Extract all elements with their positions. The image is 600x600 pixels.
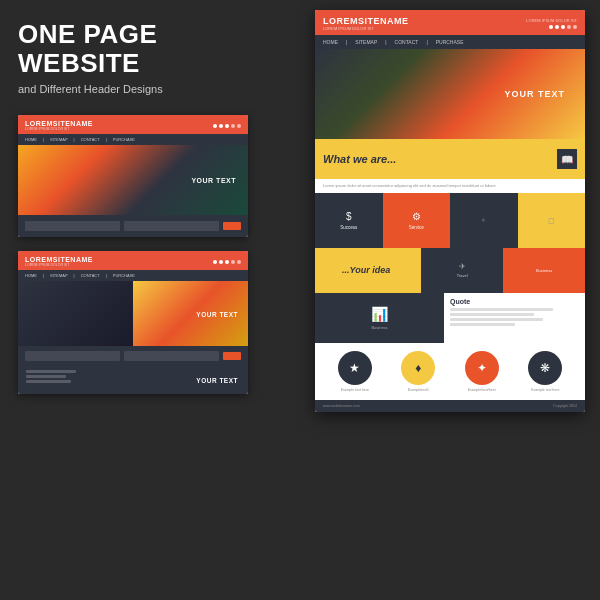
dot2-4 — [231, 260, 235, 264]
mockup2-footer — [18, 346, 248, 366]
right-logo-wrap: LOREMSITENAME LOREM IPSUM DOLOR SIT — [323, 16, 409, 31]
right-nav: HOME | SITEMAP | CONTACT | PURCHASE — [315, 35, 585, 49]
line-3 — [450, 318, 543, 321]
biz-row: 📊 Business Quote — [315, 293, 585, 343]
nav-sep2: | — [74, 137, 75, 142]
circle-dark-1: ★ — [338, 351, 372, 385]
dot2-2 — [219, 260, 223, 264]
footer-block-2 — [124, 221, 219, 231]
tile-empty-2: ◻ — [518, 193, 586, 248]
mockup1-hero: YOUR TEXT — [18, 145, 248, 215]
mockup1-dots — [213, 124, 241, 128]
mockup-small-2: LOREMSITENAME LOREM IPSUM DOLOR SIT HOME… — [18, 251, 248, 394]
tile-business: Business — [503, 248, 585, 293]
mockup2-logo: LOREMSITENAME — [25, 256, 93, 263]
right-mockup: LOREMSITENAME LOREM IPSUM DOLOR SIT LORE… — [315, 10, 585, 412]
line-4 — [450, 323, 515, 326]
chart-icon: 📊 — [371, 306, 388, 322]
footer2-block-1 — [25, 351, 120, 361]
tile-empty-1: ✦ — [450, 193, 518, 248]
circle-red-1: ✦ — [465, 351, 499, 385]
mockup1-logo-sub: LOREM IPSUM DOLOR SIT — [25, 127, 93, 131]
rdot-1 — [549, 25, 553, 29]
book-icon: 📖 — [557, 149, 577, 169]
nav-purchase: PURCHASE — [113, 137, 135, 142]
circle-item-1: ★ Example text here — [338, 351, 372, 392]
circle-text-1: Example text here — [341, 388, 369, 392]
rnav-home: HOME — [323, 39, 338, 45]
line-1 — [450, 308, 553, 311]
footer-left: www.websitename.com — [323, 404, 360, 408]
your-idea-text: ...Your idea — [315, 248, 421, 293]
mockup2-logo-wrap: LOREMSITENAME LOREM IPSUM DOLOR SIT — [25, 256, 93, 267]
circle-text-4: Example text here — [531, 388, 559, 392]
desc-text: Lorem ipsum dolor sit amet consectetur a… — [323, 183, 496, 188]
nav2-home: HOME — [25, 273, 37, 278]
biz-quote-area: Quote — [444, 293, 585, 343]
rdot-5 — [573, 25, 577, 29]
quote-label: Quote — [450, 298, 579, 305]
nav2-sep3: | — [106, 273, 107, 278]
nav2-purchase: PURCHASE — [113, 273, 135, 278]
circle-icon-2: ♦ — [415, 361, 421, 375]
biz-chart-area: 📊 Business — [315, 293, 444, 343]
sub-title: and Different Header Designs — [18, 83, 278, 95]
nav-sep3: | — [106, 137, 107, 142]
dot2-5 — [237, 260, 241, 264]
footer-btn-1 — [223, 222, 241, 230]
circle-icon-4: ❋ — [540, 361, 550, 375]
right-logo: LOREMSITENAME — [323, 16, 409, 26]
mockup1-footer — [18, 215, 248, 237]
rnav-sep1: | — [346, 39, 347, 45]
circle-item-4: ❋ Example text here — [528, 351, 562, 392]
mockup2-logo-sub: LOREM IPSUM DOLOR SIT — [25, 263, 93, 267]
mockup2-nav: HOME | SITEMAP | CONTACT | PURCHASE — [18, 270, 248, 281]
main-title: ONE PAGE WEBSITE — [18, 20, 278, 77]
circle-icon-1: ★ — [349, 361, 360, 375]
tile-service-label: Service — [409, 225, 424, 230]
nav-sep1: | — [43, 137, 44, 142]
nav2-sep1: | — [43, 273, 44, 278]
dollar-icon: $ — [346, 211, 352, 222]
dot-2 — [219, 124, 223, 128]
mockup2-header: LOREMSITENAME LOREM IPSUM DOLOR SIT — [18, 251, 248, 270]
circle-text-2: Exampletext1 — [408, 388, 429, 392]
dot2-3 — [225, 260, 229, 264]
circle-item-3: ✦ Example/text/here — [465, 351, 499, 392]
left-column: ONE PAGE WEBSITE and Different Header De… — [18, 20, 278, 394]
mockup-small-1: LOREMSITENAME LOREM IPSUM DOLOR SIT HOME… — [18, 115, 248, 237]
mockup1-logo-wrap: LOREMSITENAME LOREM IPSUM DOLOR SIT — [25, 120, 93, 131]
travel-label: Travel — [457, 273, 468, 278]
rdot-3 — [561, 25, 565, 29]
circles-row: ★ Example text here ♦ Exampletext1 ✦ Exa… — [315, 343, 585, 400]
rnav-sitemap: SITEMAP — [355, 39, 377, 45]
mockup2-hero-left — [18, 281, 133, 346]
biz-left-label: Business — [371, 325, 387, 330]
rdot-4 — [567, 25, 571, 29]
tile-service: ⚙ Service — [383, 193, 451, 248]
right-footer: www.websitename.com Copyright 2014 — [315, 400, 585, 412]
dot2-1 — [213, 260, 217, 264]
rnav-sep2: | — [385, 39, 386, 45]
gear-icon: ⚙ — [412, 211, 421, 222]
mockup1-your-text: YOUR TEXT — [191, 177, 236, 184]
mockup2-your-text1: YOUR TEXT — [196, 310, 238, 317]
idea-row: ...Your idea ✈ Travel Business — [315, 248, 585, 293]
rnav-contact: CONTACT — [395, 39, 419, 45]
mockup2-dots — [213, 260, 241, 264]
right-logo-sub: LOREM IPSUM DOLOR SIT — [323, 26, 409, 31]
footer-right: Copyright 2014 — [553, 404, 577, 408]
rnav-sep3: | — [426, 39, 427, 45]
nav2-sitemap: SITEMAP — [50, 273, 68, 278]
nav2-contact: CONTACT — [81, 273, 100, 278]
nav-sitemap: SITEMAP — [50, 137, 68, 142]
rnav-purchase: PURCHASE — [436, 39, 464, 45]
rdot-2 — [555, 25, 559, 29]
circle-icon-3: ✦ — [477, 361, 487, 375]
dot-4 — [231, 124, 235, 128]
quote-lines — [450, 308, 579, 326]
what-we-are-text: What we are... — [323, 153, 396, 165]
circle-dark-2: ❋ — [528, 351, 562, 385]
footer2-btn — [223, 352, 241, 360]
mockup1-header: LOREMSITENAME LOREM IPSUM DOLOR SIT — [18, 115, 248, 134]
